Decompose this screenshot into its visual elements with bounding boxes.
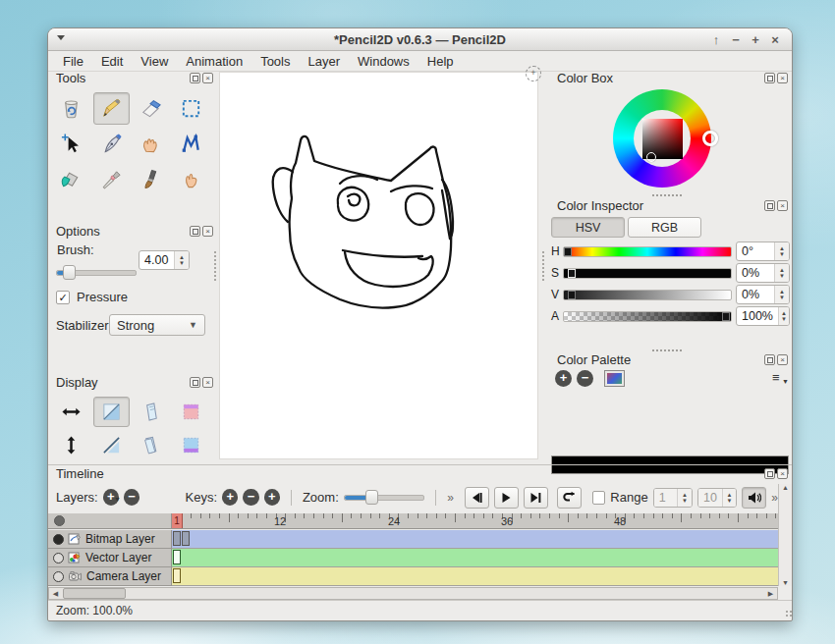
alpha-slider[interactable] <box>563 311 732 322</box>
title-bar[interactable]: *Pencil2D v0.6.3 — Pencil2D ↑ − + × <box>48 28 792 51</box>
scrollbar-thumb[interactable] <box>63 588 126 599</box>
visibility-icon[interactable] <box>53 534 64 545</box>
alpha-spinbox[interactable]: 100% ▲▼ <box>736 306 790 326</box>
move-tool-button[interactable] <box>53 128 89 160</box>
dock-splitter-handle[interactable] <box>214 251 218 281</box>
brush-size-spinbox[interactable]: 4.00 ▲▼ <box>139 250 190 270</box>
panel-splitter-handle[interactable] <box>652 194 682 196</box>
clear-tool-button[interactable] <box>53 92 89 125</box>
menu-layer[interactable]: Layer <box>299 52 349 71</box>
drawing-canvas[interactable] <box>219 72 538 459</box>
keyframe[interactable] <box>173 531 181 546</box>
sound-button[interactable] <box>742 487 766 509</box>
stabilizer-dropdown[interactable]: Strong ▼ <box>109 314 205 336</box>
keyframe[interactable] <box>182 531 190 546</box>
pencil-tool-button[interactable] <box>93 92 130 125</box>
scroll-right-icon[interactable]: ▶ <box>764 590 777 598</box>
maximize-button[interactable]: + <box>747 28 764 50</box>
hue-slider[interactable] <box>563 246 732 257</box>
onion-prev-button[interactable] <box>133 397 169 427</box>
layer-name-cell[interactable]: Camera Layer <box>48 567 172 586</box>
layer-track[interactable] <box>172 549 778 567</box>
menu-tools[interactable]: Tools <box>251 52 299 71</box>
play-button[interactable] <box>494 487 519 509</box>
onion-next-button[interactable] <box>133 430 169 460</box>
visibility-all-icon[interactable] <box>54 515 65 526</box>
slider-knob[interactable] <box>63 265 76 280</box>
menu-animation[interactable]: Animation <box>177 52 251 71</box>
layer-track[interactable] <box>172 530 778 549</box>
range-end-spinbox[interactable]: 10 ▲▼ <box>697 488 737 508</box>
prev-frame-button[interactable] <box>465 487 489 509</box>
brush-size-value[interactable]: 4.00 <box>139 251 174 269</box>
flip-horizontal-button[interactable] <box>53 397 89 427</box>
range-checkbox[interactable] <box>592 491 606 505</box>
duplicate-key-button[interactable]: + <box>264 489 280 506</box>
visibility-icon[interactable] <box>53 553 64 564</box>
mirror-button[interactable] <box>93 397 130 427</box>
float-panel-icon[interactable] <box>190 226 200 237</box>
timeline-horizontal-scrollbar[interactable]: ◀ ▶ <box>48 587 778 600</box>
spin-down-icon[interactable]: ▼ <box>779 251 785 257</box>
spin-down-icon[interactable]: ▼ <box>779 273 785 279</box>
resize-grip[interactable] <box>786 615 788 617</box>
spin-arrows[interactable]: ▲▼ <box>778 307 789 325</box>
range-end-value[interactable]: 10 <box>698 489 722 507</box>
sv-selector-ring[interactable] <box>646 152 656 162</box>
menu-windows[interactable]: Windows <box>349 52 418 71</box>
spin-down-icon[interactable]: ▼ <box>727 498 733 504</box>
keyframe[interactable] <box>173 568 181 583</box>
close-button[interactable]: × <box>766 28 784 50</box>
hand-tool-button[interactable] <box>133 128 169 160</box>
saturation-slider[interactable] <box>563 268 732 279</box>
toolbar-overflow-right[interactable]: » <box>771 491 778 505</box>
current-frame-marker[interactable]: 1 <box>172 513 183 529</box>
spin-arrows[interactable]: ▲▼ <box>722 489 736 507</box>
saturation-value[interactable]: 0% <box>737 264 774 282</box>
scroll-up-icon[interactable]: ▲ <box>782 484 789 491</box>
spin-down-icon[interactable]: ▼ <box>682 498 688 504</box>
loop-button[interactable] <box>557 487 582 509</box>
hue-selector-ring[interactable] <box>702 131 718 146</box>
timeline-zoom-slider[interactable] <box>344 495 424 501</box>
menu-help[interactable]: Help <box>418 52 463 71</box>
value-spinbox[interactable]: 0% ▲▼ <box>736 285 790 304</box>
remove-key-button[interactable]: − <box>243 489 258 506</box>
smudge-tool-button[interactable] <box>173 163 209 195</box>
timeline-ruler[interactable]: 1 12 24 36 48 <box>48 513 778 529</box>
brush-size-spin-arrows[interactable]: ▲▼ <box>174 251 189 269</box>
spin-arrows[interactable]: ▲▼ <box>774 242 789 260</box>
bucket-tool-button[interactable] <box>53 163 89 195</box>
layer-row-bitmap[interactable]: Bitmap Layer <box>48 530 778 549</box>
flip-vertical-button[interactable] <box>53 430 89 460</box>
spin-arrows[interactable]: ▲▼ <box>677 489 692 507</box>
ruler-track[interactable]: 1 12 24 36 48 <box>172 513 778 529</box>
close-panel-icon[interactable]: × <box>777 468 788 479</box>
spin-down-icon[interactable]: ▼ <box>779 295 785 300</box>
float-panel-icon[interactable] <box>764 200 775 211</box>
visibility-icon[interactable] <box>53 571 64 582</box>
eyedropper-tool-button[interactable] <box>93 163 130 195</box>
close-panel-icon[interactable]: × <box>777 354 788 365</box>
layer-row-vector[interactable]: Vector Layer <box>48 549 778 567</box>
menu-file[interactable]: File <box>54 52 92 71</box>
delete-layer-button[interactable]: − <box>124 489 139 506</box>
palette-menu-button[interactable]: ≡▼ <box>772 372 788 386</box>
shade-button[interactable]: ↑ <box>707 28 725 50</box>
menu-edit[interactable]: Edit <box>92 52 132 71</box>
onion-red-button[interactable] <box>173 397 209 427</box>
menu-view[interactable]: View <box>132 52 177 71</box>
close-panel-icon[interactable]: × <box>202 377 213 388</box>
eraser-tool-button[interactable] <box>133 92 169 125</box>
spin-down-icon[interactable]: ▼ <box>781 316 787 322</box>
pressure-checkbox[interactable]: ✓ <box>56 291 70 304</box>
alpha-value[interactable]: 100% <box>737 307 778 325</box>
layer-name-cell[interactable]: Bitmap Layer <box>48 530 172 549</box>
slider-handle[interactable] <box>722 312 730 321</box>
remove-color-button[interactable]: − <box>577 370 593 387</box>
layer-name-cell[interactable]: Vector Layer <box>48 549 172 567</box>
slider-handle[interactable] <box>564 247 572 256</box>
dock-splitter-handle[interactable] <box>542 251 546 281</box>
mirror-diagonal-button[interactable] <box>93 430 130 460</box>
close-panel-icon[interactable]: × <box>777 200 788 211</box>
